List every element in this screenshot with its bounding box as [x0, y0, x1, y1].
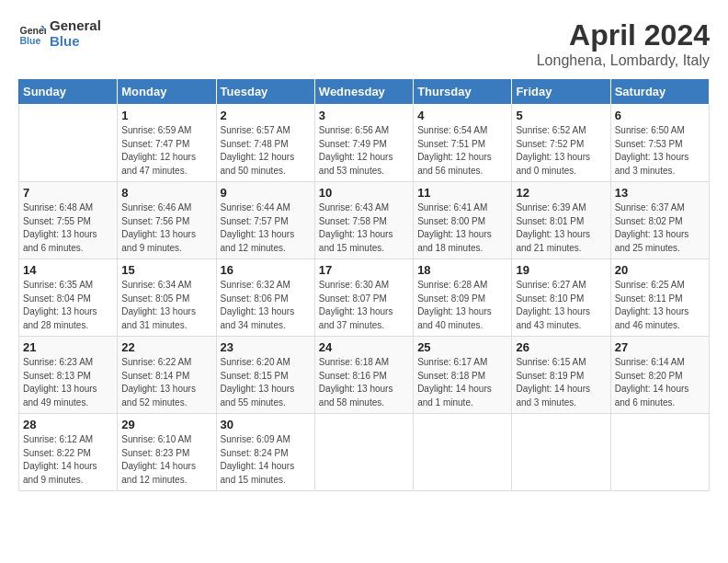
calendar-cell	[314, 414, 413, 491]
calendar-cell: 13Sunrise: 6:37 AM Sunset: 8:02 PM Dayli…	[610, 182, 709, 259]
calendar-cell: 12Sunrise: 6:39 AM Sunset: 8:01 PM Dayli…	[512, 182, 610, 259]
day-number: 28	[23, 418, 113, 431]
day-info: Sunrise: 6:39 AM Sunset: 8:01 PM Dayligh…	[516, 201, 606, 255]
day-number: 20	[615, 263, 705, 277]
day-number: 10	[319, 186, 409, 200]
calendar-cell: 18Sunrise: 6:28 AM Sunset: 8:09 PM Dayli…	[414, 259, 512, 337]
calendar-week-row: 1Sunrise: 6:59 AM Sunset: 7:47 PM Daylig…	[19, 105, 710, 182]
calendar-cell: 29Sunrise: 6:10 AM Sunset: 8:23 PM Dayli…	[118, 414, 216, 491]
calendar-cell: 15Sunrise: 6:34 AM Sunset: 8:05 PM Dayli…	[118, 259, 216, 337]
day-number: 18	[417, 263, 507, 277]
day-number: 23	[221, 340, 311, 354]
day-number: 6	[615, 109, 705, 122]
day-info: Sunrise: 6:59 AM Sunset: 7:47 PM Dayligh…	[121, 124, 211, 178]
day-number: 14	[23, 263, 113, 277]
logo-line1: General	[50, 18, 101, 34]
day-info: Sunrise: 6:15 AM Sunset: 8:19 PM Dayligh…	[516, 356, 606, 409]
svg-text:Blue: Blue	[20, 34, 41, 45]
day-info: Sunrise: 6:34 AM Sunset: 8:05 PM Dayligh…	[121, 279, 211, 332]
day-number: 16	[221, 263, 311, 277]
day-number: 3	[319, 109, 409, 122]
calendar-cell: 1Sunrise: 6:59 AM Sunset: 7:47 PM Daylig…	[118, 105, 216, 182]
calendar-cell: 27Sunrise: 6:14 AM Sunset: 8:20 PM Dayli…	[610, 337, 709, 414]
calendar-cell: 21Sunrise: 6:23 AM Sunset: 8:13 PM Dayli…	[19, 337, 118, 414]
day-number: 29	[121, 418, 211, 431]
weekday-header-cell: Saturday	[610, 79, 709, 105]
day-info: Sunrise: 6:23 AM Sunset: 8:13 PM Dayligh…	[23, 356, 113, 409]
day-number: 5	[516, 109, 606, 122]
title-block: April 2024 Longhena, Lombardy, Italy	[537, 18, 710, 69]
day-number: 30	[221, 418, 311, 431]
calendar-cell: 9Sunrise: 6:44 AM Sunset: 7:57 PM Daylig…	[216, 182, 314, 259]
day-number: 2	[221, 109, 311, 122]
day-info: Sunrise: 6:32 AM Sunset: 8:06 PM Dayligh…	[221, 279, 311, 332]
day-info: Sunrise: 6:50 AM Sunset: 7:53 PM Dayligh…	[615, 124, 705, 178]
day-info: Sunrise: 6:43 AM Sunset: 7:58 PM Dayligh…	[319, 201, 409, 255]
calendar-cell: 20Sunrise: 6:25 AM Sunset: 8:11 PM Dayli…	[610, 259, 709, 337]
day-number: 24	[319, 340, 409, 354]
day-number: 12	[516, 186, 606, 200]
calendar-cell: 7Sunrise: 6:48 AM Sunset: 7:55 PM Daylig…	[19, 182, 118, 259]
calendar-cell	[19, 105, 118, 182]
day-number: 22	[121, 340, 211, 354]
day-info: Sunrise: 6:48 AM Sunset: 7:55 PM Dayligh…	[23, 201, 113, 255]
day-number: 4	[417, 109, 507, 122]
calendar-cell: 17Sunrise: 6:30 AM Sunset: 8:07 PM Dayli…	[314, 259, 413, 337]
day-info: Sunrise: 6:22 AM Sunset: 8:14 PM Dayligh…	[121, 356, 211, 409]
calendar-cell: 14Sunrise: 6:35 AM Sunset: 8:04 PM Dayli…	[19, 259, 118, 337]
day-number: 7	[23, 186, 113, 200]
day-info: Sunrise: 6:44 AM Sunset: 7:57 PM Dayligh…	[221, 201, 311, 255]
calendar-cell: 2Sunrise: 6:57 AM Sunset: 7:48 PM Daylig…	[216, 105, 314, 182]
logo-icon: General Blue	[18, 20, 46, 48]
calendar-cell: 5Sunrise: 6:52 AM Sunset: 7:52 PM Daylig…	[512, 105, 610, 182]
calendar-cell: 24Sunrise: 6:18 AM Sunset: 8:16 PM Dayli…	[314, 337, 413, 414]
calendar-week-row: 28Sunrise: 6:12 AM Sunset: 8:22 PM Dayli…	[19, 414, 710, 491]
day-number: 9	[221, 186, 311, 200]
calendar-week-row: 21Sunrise: 6:23 AM Sunset: 8:13 PM Dayli…	[19, 337, 710, 414]
calendar-table: SundayMondayTuesdayWednesdayThursdayFrid…	[18, 78, 710, 491]
day-info: Sunrise: 6:37 AM Sunset: 8:02 PM Dayligh…	[615, 201, 705, 255]
day-info: Sunrise: 6:56 AM Sunset: 7:49 PM Dayligh…	[319, 124, 409, 178]
weekday-header-cell: Wednesday	[314, 79, 413, 105]
calendar-cell: 3Sunrise: 6:56 AM Sunset: 7:49 PM Daylig…	[314, 105, 413, 182]
day-info: Sunrise: 6:17 AM Sunset: 8:18 PM Dayligh…	[417, 356, 507, 409]
page-header: General Blue General Blue April 2024 Lon…	[18, 18, 710, 69]
day-info: Sunrise: 6:46 AM Sunset: 7:56 PM Dayligh…	[121, 201, 211, 255]
calendar-cell: 30Sunrise: 6:09 AM Sunset: 8:24 PM Dayli…	[216, 414, 314, 491]
calendar-cell: 6Sunrise: 6:50 AM Sunset: 7:53 PM Daylig…	[610, 105, 709, 182]
day-info: Sunrise: 6:27 AM Sunset: 8:10 PM Dayligh…	[516, 279, 606, 332]
weekday-header-cell: Sunday	[19, 79, 118, 105]
calendar-week-row: 7Sunrise: 6:48 AM Sunset: 7:55 PM Daylig…	[19, 182, 710, 259]
day-number: 17	[319, 263, 409, 277]
calendar-cell	[512, 414, 610, 491]
day-info: Sunrise: 6:25 AM Sunset: 8:11 PM Dayligh…	[615, 279, 705, 332]
day-number: 21	[23, 340, 113, 354]
day-info: Sunrise: 6:12 AM Sunset: 8:22 PM Dayligh…	[23, 433, 113, 487]
calendar-cell: 4Sunrise: 6:54 AM Sunset: 7:51 PM Daylig…	[414, 105, 512, 182]
calendar-cell	[610, 414, 709, 491]
weekday-header-row: SundayMondayTuesdayWednesdayThursdayFrid…	[19, 79, 710, 105]
day-number: 11	[417, 186, 507, 200]
calendar-subtitle: Longhena, Lombardy, Italy	[537, 52, 710, 69]
day-info: Sunrise: 6:20 AM Sunset: 8:15 PM Dayligh…	[221, 356, 311, 409]
day-info: Sunrise: 6:28 AM Sunset: 8:09 PM Dayligh…	[417, 279, 507, 332]
day-info: Sunrise: 6:57 AM Sunset: 7:48 PM Dayligh…	[221, 124, 311, 178]
weekday-header-cell: Monday	[118, 79, 216, 105]
day-info: Sunrise: 6:54 AM Sunset: 7:51 PM Dayligh…	[417, 124, 507, 178]
day-number: 26	[516, 340, 606, 354]
day-info: Sunrise: 6:10 AM Sunset: 8:23 PM Dayligh…	[121, 433, 211, 487]
day-number: 1	[121, 109, 211, 122]
day-number: 25	[417, 340, 507, 354]
logo: General Blue General Blue	[18, 18, 101, 49]
day-info: Sunrise: 6:35 AM Sunset: 8:04 PM Dayligh…	[23, 279, 113, 332]
calendar-cell: 25Sunrise: 6:17 AM Sunset: 8:18 PM Dayli…	[414, 337, 512, 414]
logo-line2: Blue	[50, 34, 101, 50]
calendar-cell: 8Sunrise: 6:46 AM Sunset: 7:56 PM Daylig…	[118, 182, 216, 259]
calendar-cell: 10Sunrise: 6:43 AM Sunset: 7:58 PM Dayli…	[314, 182, 413, 259]
day-info: Sunrise: 6:41 AM Sunset: 8:00 PM Dayligh…	[417, 201, 507, 255]
day-number: 19	[516, 263, 606, 277]
calendar-title: April 2024	[537, 18, 710, 52]
day-info: Sunrise: 6:18 AM Sunset: 8:16 PM Dayligh…	[319, 356, 409, 409]
day-number: 15	[121, 263, 211, 277]
calendar-cell: 22Sunrise: 6:22 AM Sunset: 8:14 PM Dayli…	[118, 337, 216, 414]
